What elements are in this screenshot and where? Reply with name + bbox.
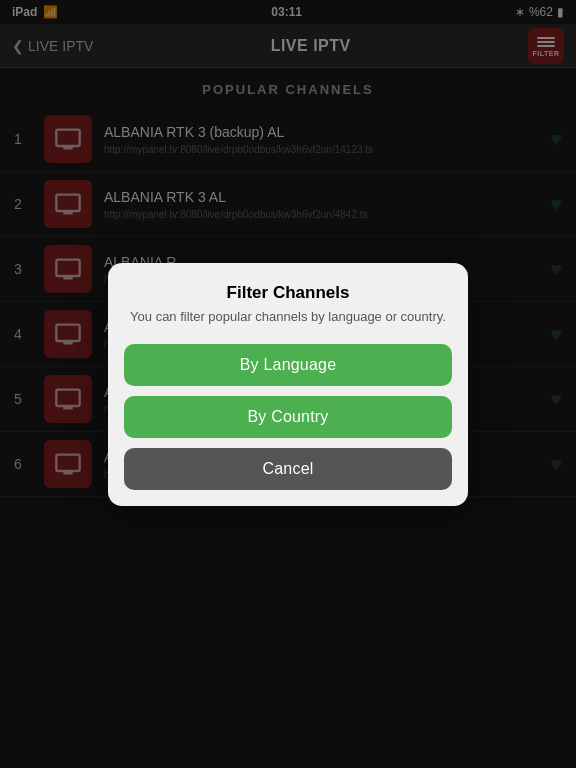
- by-country-button[interactable]: By Country: [124, 396, 452, 438]
- filter-modal: Filter Channels You can filter popular c…: [108, 263, 468, 506]
- modal-subtitle: You can filter popular channels by langu…: [128, 309, 448, 324]
- modal-actions: By Language By Country Cancel: [108, 332, 468, 506]
- by-language-button[interactable]: By Language: [124, 344, 452, 386]
- modal-overlay: Filter Channels You can filter popular c…: [0, 0, 576, 768]
- cancel-button[interactable]: Cancel: [124, 448, 452, 490]
- modal-title: Filter Channels: [128, 283, 448, 303]
- modal-header: Filter Channels You can filter popular c…: [108, 263, 468, 332]
